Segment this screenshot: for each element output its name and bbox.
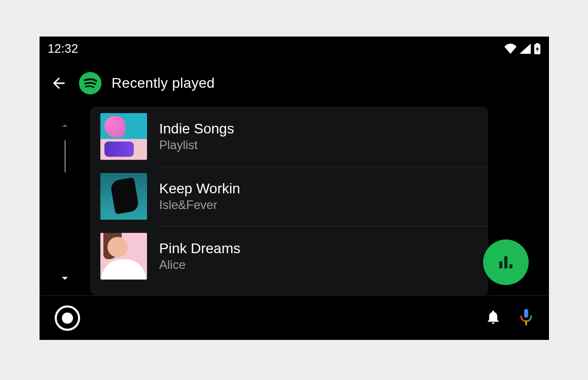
chevron-down-icon	[58, 271, 72, 285]
list-item-text: Keep Workin Isle&Fever	[159, 166, 488, 227]
battery-charging-icon	[534, 43, 541, 54]
app-header: Recently played	[40, 61, 549, 106]
now-playing-fab[interactable]	[483, 239, 529, 285]
bell-icon	[485, 309, 501, 325]
status-icons	[504, 43, 541, 54]
item-subtitle: Playlist	[159, 138, 488, 152]
android-auto-screen: 12:32 Recently played	[40, 37, 549, 340]
back-button[interactable]	[49, 73, 69, 93]
album-art	[100, 233, 147, 280]
item-subtitle: Isle&Fever	[159, 198, 488, 212]
home-icon	[62, 313, 73, 324]
album-art	[100, 173, 147, 220]
status-time: 12:32	[48, 42, 78, 56]
recently-played-list: Indie Songs Playlist Keep Workin Isle&Fe…	[90, 107, 488, 295]
list-item-text: Indie Songs Playlist	[159, 107, 488, 167]
spotify-icon	[79, 72, 101, 94]
item-title: Pink Dreams	[159, 240, 488, 257]
item-title: Keep Workin	[159, 181, 488, 197]
list-item[interactable]: Indie Songs Playlist	[90, 107, 488, 166]
scroll-column	[40, 113, 90, 295]
list-item[interactable]: Keep Workin Isle&Fever	[90, 166, 488, 226]
item-title: Indie Songs	[159, 121, 488, 137]
arrow-left-icon	[50, 75, 67, 92]
assistant-mic-icon	[519, 308, 534, 326]
wifi-icon	[504, 44, 517, 54]
svg-rect-3	[524, 309, 528, 318]
equalizer-icon	[499, 256, 512, 268]
notifications-button[interactable]	[485, 309, 501, 327]
system-nav-bar	[40, 295, 549, 340]
album-art	[100, 113, 147, 160]
list-item-text: Pink Dreams Alice	[159, 226, 488, 286]
scroll-indicator	[64, 140, 66, 172]
list-item[interactable]: Pink Dreams Alice	[90, 226, 488, 286]
home-button[interactable]	[55, 305, 80, 331]
voice-button[interactable]	[519, 308, 534, 328]
scroll-down-button[interactable]	[58, 271, 72, 288]
item-subtitle: Alice	[159, 258, 488, 272]
chevron-up-icon	[59, 120, 71, 132]
page-title: Recently played	[112, 75, 215, 91]
svg-rect-1	[536, 43, 539, 45]
status-bar: 12:32	[40, 37, 549, 61]
scroll-up-button[interactable]	[59, 120, 71, 135]
cellular-icon	[520, 44, 531, 54]
